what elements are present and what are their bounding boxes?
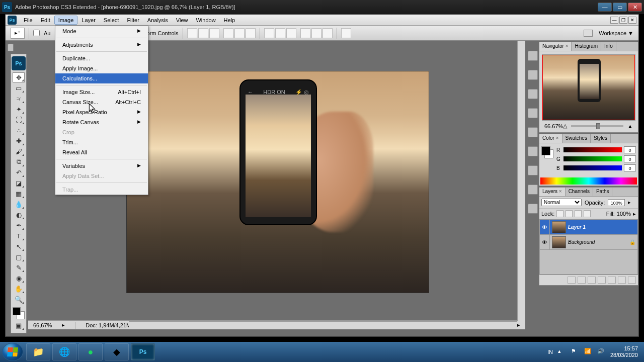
horizontal-scrollbar[interactable] bbox=[129, 321, 517, 329]
zoom-readout[interactable]: 66,67% bbox=[33, 322, 52, 328]
color-swatch-pair[interactable] bbox=[541, 146, 553, 158]
distribute-vcenter-icon[interactable] bbox=[275, 28, 285, 38]
menu-item-trim[interactable]: Trim... bbox=[55, 137, 148, 147]
opacity-popup-icon[interactable]: ▸ bbox=[628, 199, 631, 206]
menu-window[interactable]: Window bbox=[192, 16, 219, 25]
lock-transparency-icon[interactable] bbox=[556, 210, 564, 217]
info-collapse-icon[interactable] bbox=[528, 89, 538, 99]
zoom-popup-icon[interactable]: ▸ bbox=[62, 322, 65, 328]
menu-image[interactable]: Image bbox=[54, 16, 78, 25]
tab-navigator[interactable]: Navigator bbox=[539, 42, 572, 51]
quick-mask-toggle[interactable]: ▣ bbox=[13, 320, 25, 330]
styles-collapse-icon[interactable] bbox=[528, 146, 538, 156]
layer-thumbnail[interactable] bbox=[552, 236, 566, 248]
taskbar-chrome[interactable]: 🌐 bbox=[52, 343, 76, 360]
doc-restore-button[interactable]: ❐ bbox=[619, 17, 627, 24]
menu-select[interactable]: Select bbox=[100, 16, 123, 25]
menu-item-reveal-all[interactable]: Reveal All bbox=[55, 147, 148, 157]
fill-field[interactable]: 100% bbox=[617, 211, 631, 217]
layer-row[interactable]: 👁 Layer 1 bbox=[540, 220, 637, 235]
screen-mode-icon[interactable] bbox=[584, 30, 593, 37]
distribute-bottom-icon[interactable] bbox=[286, 28, 296, 38]
taskbar-photoshop[interactable]: Ps bbox=[131, 343, 155, 360]
hand-tool[interactable]: ✋ bbox=[13, 284, 25, 294]
lock-all-icon[interactable] bbox=[584, 210, 591, 217]
gradient-tool[interactable]: ▦ bbox=[13, 189, 25, 199]
history-brush-tool[interactable]: ↶ bbox=[13, 167, 25, 177]
color-swatches[interactable] bbox=[13, 307, 25, 319]
r-value[interactable]: 0 bbox=[624, 146, 636, 153]
color-collapse-icon[interactable] bbox=[528, 108, 538, 118]
close-button[interactable]: ✕ bbox=[628, 3, 642, 12]
align-top-icon[interactable] bbox=[187, 28, 197, 38]
opacity-field[interactable]: 100% bbox=[608, 199, 625, 206]
menu-item-duplicate[interactable]: Duplicate... bbox=[55, 53, 148, 63]
menu-analysis[interactable]: Analysis bbox=[143, 16, 172, 25]
r-slider[interactable] bbox=[564, 147, 622, 152]
clock[interactable]: 15:57 28/03/2020 bbox=[610, 345, 638, 358]
show-hidden-icons[interactable]: ▴ bbox=[558, 348, 566, 356]
layer-name[interactable]: Layer 1 bbox=[568, 224, 637, 230]
distribute-left-icon[interactable] bbox=[300, 28, 310, 38]
zoom-in-icon[interactable]: ▲ bbox=[627, 123, 633, 129]
layer-name[interactable]: Background bbox=[568, 239, 629, 245]
distribute-hcenter-icon[interactable] bbox=[311, 28, 321, 38]
layers-collapse-icon[interactable] bbox=[528, 204, 538, 214]
start-button[interactable] bbox=[2, 343, 23, 361]
layer-thumbnail[interactable] bbox=[552, 221, 566, 233]
adjustment-layer-icon[interactable] bbox=[598, 277, 606, 284]
tab-swatches[interactable]: Swatches bbox=[562, 134, 591, 143]
path-selection-tool[interactable]: ↖ bbox=[13, 241, 25, 251]
taskbar-app[interactable]: ◆ bbox=[105, 343, 129, 360]
b-value[interactable]: 0 bbox=[624, 164, 636, 171]
marquee-tool[interactable]: ▭ bbox=[13, 83, 25, 93]
type-tool[interactable]: T bbox=[13, 231, 25, 241]
menu-item-image-size[interactable]: Image Size...Alt+Ctrl+I bbox=[55, 87, 148, 97]
menu-view[interactable]: View bbox=[172, 16, 192, 25]
fill-popup-icon[interactable]: ▸ bbox=[633, 211, 636, 217]
zoom-slider[interactable] bbox=[571, 125, 623, 127]
tab-paths[interactable]: Paths bbox=[593, 188, 613, 196]
taskbar-explorer[interactable]: 📁 bbox=[26, 343, 50, 360]
align-right-icon[interactable] bbox=[246, 28, 256, 38]
menu-edit[interactable]: Edit bbox=[37, 16, 54, 25]
auto-align-icon[interactable] bbox=[341, 28, 351, 38]
b-slider[interactable] bbox=[564, 165, 622, 170]
g-slider[interactable] bbox=[564, 156, 622, 161]
doc-info-readout[interactable]: Doc: 1,94M/4,21M bbox=[86, 322, 131, 328]
align-vcenter-icon[interactable] bbox=[198, 28, 208, 38]
menu-item-mode[interactable]: Mode▶ bbox=[55, 26, 148, 36]
swatches-collapse-icon[interactable] bbox=[528, 127, 538, 137]
lock-pixels-icon[interactable] bbox=[566, 210, 573, 217]
navigator-collapse-icon[interactable] bbox=[528, 51, 538, 61]
layer-row[interactable]: 👁 Background 🔒 bbox=[540, 235, 637, 250]
notes-tool[interactable]: ✎ bbox=[13, 262, 25, 273]
menu-item-calculations[interactable]: Calculations... bbox=[55, 73, 148, 83]
doc-minimize-button[interactable]: — bbox=[610, 17, 618, 24]
menu-item-canvas-size[interactable]: Canvas Size...Alt+Ctrl+C bbox=[55, 97, 148, 107]
delete-layer-icon[interactable] bbox=[628, 277, 636, 284]
layer-group-icon[interactable] bbox=[608, 277, 616, 284]
lasso-tool[interactable]: ⟉ bbox=[13, 94, 25, 104]
auto-select-checkbox[interactable] bbox=[33, 30, 40, 36]
network-icon[interactable]: 📶 bbox=[584, 348, 592, 356]
eraser-tool[interactable]: ◪ bbox=[13, 178, 25, 188]
status-arrow-icon[interactable]: ▸ bbox=[517, 322, 520, 328]
move-tool[interactable]: ✥ bbox=[13, 72, 25, 82]
layer-style-icon[interactable] bbox=[578, 277, 586, 284]
layer-mask-icon[interactable] bbox=[588, 277, 596, 284]
toolbox-grip[interactable] bbox=[8, 44, 14, 51]
zoom-out-icon[interactable]: △ bbox=[563, 123, 567, 129]
dodge-tool[interactable]: ◐ bbox=[13, 210, 25, 220]
tab-styles[interactable]: Styles bbox=[591, 134, 611, 143]
color-spectrum[interactable] bbox=[540, 177, 637, 185]
menu-item-variables[interactable]: Variables▶ bbox=[55, 161, 148, 171]
menu-layer[interactable]: Layer bbox=[77, 16, 100, 25]
menu-item-pixel-aspect-ratio[interactable]: Pixel Aspect Ratio▶ bbox=[55, 107, 148, 117]
workspace-switcher[interactable]: Workspace ▼ bbox=[599, 30, 633, 36]
menu-item-apply-image[interactable]: Apply Image... bbox=[55, 63, 148, 73]
link-layers-icon[interactable] bbox=[568, 277, 576, 284]
doc-close-button[interactable]: ✕ bbox=[628, 17, 636, 24]
healing-brush-tool[interactable]: ✚ bbox=[13, 136, 25, 146]
brush-tool[interactable]: 🖌 bbox=[13, 146, 25, 156]
